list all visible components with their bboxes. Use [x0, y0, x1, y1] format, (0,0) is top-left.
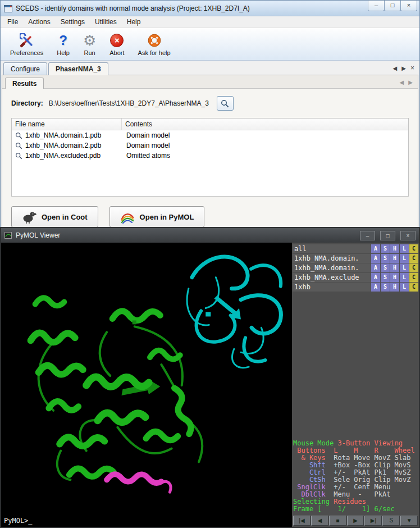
label-menu-button[interactable]: L [400, 273, 409, 282]
help-button[interactable]: ? Help [53, 31, 74, 58]
object-name[interactable]: 1xhb_NMA.domain. [293, 263, 371, 272]
action-menu-button[interactable]: A [371, 263, 380, 272]
object-name[interactable]: 1xhb_NMA.exclude [293, 273, 371, 282]
object-row: 1xhb_NMA.domain. A S H L C [293, 263, 418, 272]
toolbar-label: Run [84, 49, 95, 56]
open-in-coot-button[interactable]: Open in Coot [11, 206, 98, 227]
playback-controls: |◀◀■▶▶|S▼ [292, 515, 419, 527]
playback-button[interactable]: |◀ [293, 516, 311, 526]
show-menu-button[interactable]: S [381, 244, 390, 253]
hide-menu-button[interactable]: H [390, 244, 399, 253]
show-menu-button[interactable]: S [381, 273, 390, 282]
object-row: 1xhb_NMA.domain. A S H L C [293, 254, 418, 263]
table-row[interactable]: 1xhb_NMA.excluded.pdb Omitted atoms [12, 151, 408, 161]
ask-for-help-button[interactable]: Ask for help [134, 31, 175, 58]
color-menu-button[interactable]: C [409, 254, 418, 263]
tab-results[interactable]: Results [5, 78, 44, 89]
toolbar: Preferences ? Help ⚙ Run × Abort [1, 28, 419, 61]
playback-button[interactable]: ■ [329, 516, 346, 526]
toolbar-label: Abort [109, 49, 124, 56]
label-menu-button[interactable]: L [400, 263, 409, 272]
color-menu-button[interactable]: C [409, 244, 418, 253]
pymol-titlebar[interactable]: PyMOL Viewer – □ × [1, 228, 419, 243]
pymol-3d-viewport[interactable] [1, 243, 292, 515]
menu-item[interactable]: Help [122, 17, 145, 27]
object-name[interactable]: all [293, 244, 371, 253]
tab-phasernma[interactable]: PhaserNMA_3 [48, 62, 108, 75]
abort-button[interactable]: × Abort [106, 31, 128, 58]
column-header-contents[interactable]: Contents [122, 119, 156, 130]
subtab-scroll-right-icon[interactable]: ▶ [408, 79, 413, 85]
pymol-minimize-button[interactable]: – [360, 231, 375, 240]
hide-menu-button[interactable]: H [390, 273, 399, 282]
browse-button[interactable] [217, 96, 234, 111]
hide-menu-button[interactable]: H [390, 263, 399, 272]
table-row[interactable]: 1xhb_NMA.domain.2.pdb Domain model [12, 140, 408, 151]
app-icon [4, 5, 12, 12]
toolbar-label: Ask for help [138, 49, 171, 56]
menu-item[interactable]: Utilities [90, 17, 121, 27]
run-button[interactable]: ⚙ Run [79, 31, 100, 58]
subtab-scroll-left-icon[interactable]: ◀ [400, 79, 404, 85]
app-titlebar[interactable]: SCEDS - identify domains with normal mod… [1, 1, 419, 16]
file-contents: Domain model [122, 142, 174, 149]
object-row: 1xhb_NMA.exclude A S H L C [293, 273, 418, 282]
show-menu-button[interactable]: S [381, 254, 390, 263]
color-menu-button[interactable]: C [409, 263, 418, 272]
label-menu-button[interactable]: L [400, 244, 409, 253]
action-menu-button[interactable]: A [371, 273, 380, 282]
pymol-command-line[interactable]: PyMOL>_ [1, 515, 292, 527]
pymol-window-icon [4, 232, 12, 239]
mouse-matrix-line: Frame [ 1/ 1] 6/sec [293, 506, 418, 513]
object-row: 1xhb A S H L C [293, 283, 418, 292]
menubar: FileActionsSettingsUtilitiesHelp [1, 16, 419, 28]
pymol-close-button[interactable]: × [400, 231, 416, 240]
playback-button[interactable]: S [382, 516, 400, 526]
window-title: SCEDS - identify domains with normal mod… [16, 4, 250, 12]
open-in-pymol-button[interactable]: Open in PyMOL [109, 206, 205, 227]
show-menu-button[interactable]: S [381, 283, 390, 292]
color-menu-button[interactable]: C [409, 283, 418, 292]
menu-item[interactable]: File [3, 17, 22, 27]
preferences-button[interactable]: Preferences [6, 31, 47, 58]
toolbar-label: Preferences [10, 49, 43, 56]
tab-close-icon[interactable]: × [410, 64, 414, 72]
show-menu-button[interactable]: S [381, 263, 390, 272]
tab-scroll-right-icon[interactable]: ▶ [401, 65, 406, 71]
menu-item[interactable]: Actions [24, 17, 54, 27]
tab-navigation: ◀ ▶ × [393, 64, 417, 75]
subtab-strip: Results ◀ ▶ [2, 75, 418, 89]
window-controls: – □ × [368, 1, 417, 11]
tab-configure[interactable]: Configure [3, 62, 47, 75]
directory-value: B:\Users\oeffner\Tests\1XHB_2DY7_A\Phase… [49, 99, 209, 107]
label-menu-button[interactable]: L [400, 254, 409, 263]
playback-button[interactable]: ▼ [400, 516, 418, 526]
table-row[interactable]: 1xhb_NMA.domain.1.pdb Domain model [12, 130, 408, 140]
column-header-file-name[interactable]: File name [12, 119, 122, 130]
label-menu-button[interactable]: L [400, 283, 409, 292]
file-table: File name Contents 1xhb_NMA.domain.1.pdb… [11, 118, 409, 197]
action-menu-button[interactable]: A [371, 254, 380, 263]
object-name[interactable]: 1xhb [293, 283, 371, 292]
playback-button[interactable]: ◀ [311, 516, 328, 526]
action-menu-button[interactable]: A [371, 244, 380, 253]
minimize-button[interactable]: – [368, 1, 385, 11]
object-name[interactable]: 1xhb_NMA.domain. [293, 254, 371, 263]
close-button[interactable]: × [400, 1, 417, 11]
tab-scroll-left-icon[interactable]: ◀ [393, 65, 398, 71]
directory-label: Directory: [11, 99, 43, 107]
hide-menu-button[interactable]: H [390, 254, 399, 263]
playback-button[interactable]: ▶| [364, 516, 382, 526]
color-menu-button[interactable]: C [409, 273, 418, 282]
menu-item[interactable]: Settings [56, 17, 89, 27]
action-menu-button[interactable]: A [371, 283, 380, 292]
maximize-button[interactable]: □ [384, 1, 401, 11]
pymol-maximize-button[interactable]: □ [380, 231, 395, 240]
file-contents: Omitted atoms [122, 152, 175, 160]
protein-ribbon-drawing [1, 243, 292, 515]
hide-menu-button[interactable]: H [390, 283, 399, 292]
file-name: 1xhb_NMA.domain.1.pdb [25, 131, 101, 139]
subtab-navigation: ◀ ▶ [400, 79, 415, 88]
open-in-coot-label: Open in Coot [42, 213, 88, 221]
playback-button[interactable]: ▶ [347, 516, 364, 526]
